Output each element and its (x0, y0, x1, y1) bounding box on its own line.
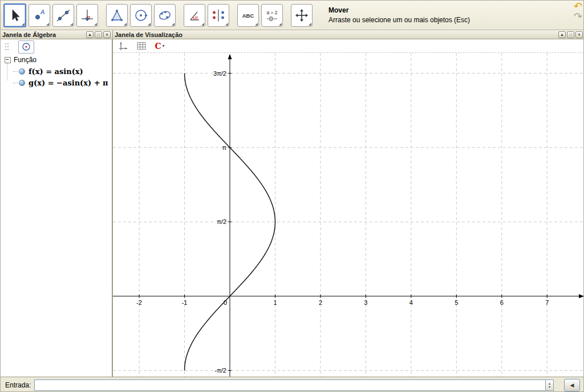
dropdown-corner-icon (124, 23, 127, 26)
axis-tick-label: 1 (273, 299, 277, 306)
tool-line-button[interactable] (52, 4, 74, 27)
graphics-stylebar: C ▾ (113, 39, 584, 53)
tool-move-graphics-view-button[interactable] (291, 4, 313, 27)
reflect-about-line-icon (211, 8, 226, 23)
tool-conic-button[interactable] (154, 4, 176, 27)
tool-slider-button[interactable]: a = 2 (261, 4, 283, 27)
text-abc-icon: ABC (241, 8, 256, 23)
algebra-window-controls: ▲ □ × (86, 31, 111, 38)
input-help-toggle-button[interactable]: ◀ (564, 379, 580, 391)
graphics-titlebar: Janela de Visualização ▲ □ × (112, 30, 584, 39)
toggle-axes-button[interactable] (117, 40, 129, 52)
angle-icon: α (187, 8, 202, 23)
algebra-tree: Função f(x) = asin(x) g(x) = −asin(x) + … (1, 54, 112, 87)
algebra-stylebar (1, 39, 112, 54)
tool-text-button[interactable]: ABC (237, 4, 259, 27)
input-help-arrow-icon: ◀ (570, 382, 574, 388)
axis-tick-label: 4 (409, 299, 413, 306)
point-icon: A (32, 8, 47, 23)
toolbar-help: Mover Arraste ou selecione um ou mais ob… (328, 6, 470, 24)
graph-canvas[interactable]: -2-11234567-π/2π/2π3π/20 (113, 53, 584, 377)
algebra-titlebar: Janela de Álgebra ▲ □ × (1, 30, 112, 39)
tool-polygon-button[interactable] (106, 4, 128, 27)
svg-text:a = 2: a = 2 (266, 10, 277, 15)
dropdown-corner-icon (172, 23, 175, 26)
maximize-icon[interactable]: □ (567, 31, 574, 38)
tree-node-funcao[interactable]: Função (5, 55, 112, 64)
auxiliary-objects-button[interactable] (18, 40, 34, 54)
svg-text:ABC: ABC (242, 13, 254, 19)
move-cursor-icon (7, 8, 22, 23)
polygon-icon (110, 8, 124, 23)
function-definition: g(x) = −asin(x) + π (29, 79, 108, 87)
dropdown-corner-icon (279, 23, 282, 26)
dropdown-corner-icon (46, 23, 49, 26)
axis-tick-label: -2 (136, 299, 142, 306)
circle-icon (133, 8, 148, 23)
axis-tick-label: 3 (364, 299, 367, 306)
axis-tick-label: π (222, 144, 226, 151)
tool-perpendicular-line-button[interactable] (76, 4, 98, 27)
entrada-label: Entrada: (5, 381, 31, 389)
collapse-node-icon[interactable] (5, 57, 11, 63)
dropdown-corner-icon (148, 23, 151, 26)
tool-reflection-button[interactable] (208, 4, 229, 27)
stepper-down-icon[interactable]: ▾ (549, 385, 550, 389)
stylebar-handle-icon[interactable] (5, 43, 9, 51)
redo-icon[interactable]: ↷ (574, 11, 582, 22)
svg-text:A: A (40, 9, 44, 15)
dropdown-corner-icon (70, 23, 73, 26)
auxiliary-objects-icon (21, 42, 31, 51)
entrada-input[interactable] (34, 379, 545, 391)
graphics-window-controls: ▲ □ × (558, 31, 583, 38)
tool-angle-button[interactable]: α (184, 4, 205, 27)
move-view-icon (294, 8, 309, 23)
input-bar: Entrada: ▴ ▾ ◀ (1, 377, 584, 392)
visibility-marble-icon[interactable] (19, 68, 25, 75)
slider-icon: a = 2 (265, 8, 279, 23)
axis-tick-label: 7 (545, 299, 549, 306)
chevron-down-icon: ▾ (163, 43, 165, 48)
axis-tick-label: π/2 (217, 218, 226, 225)
point-capturing-button[interactable]: C ▾ (154, 40, 165, 52)
tool-help-title: Mover (328, 6, 470, 14)
perpendicular-line-icon (80, 8, 95, 23)
tool-move-button[interactable] (3, 3, 26, 27)
tool-circle-button[interactable] (130, 4, 152, 27)
close-icon[interactable]: × (575, 31, 583, 38)
main-toolbar: A (1, 1, 584, 30)
undo-icon[interactable]: ↶ (574, 1, 582, 11)
algebra-item-f[interactable]: f(x) = asin(x) (13, 67, 112, 76)
undo-redo-group: ↶ ↷ (574, 1, 582, 22)
tool-point-button[interactable]: A (29, 4, 50, 27)
grid-icon (137, 42, 146, 50)
algebra-item-g[interactable]: g(x) = −asin(x) + π (13, 78, 112, 87)
axis-tick-label: 3π/2 (213, 70, 226, 77)
x-axis-arrow-icon (579, 294, 584, 298)
maximize-icon[interactable]: □ (95, 31, 102, 38)
tree-root-label: Função (14, 56, 36, 64)
algebra-view: Função f(x) = asin(x) g(x) = −asin(x) + … (1, 39, 112, 377)
axis-tick-label: 2 (319, 299, 322, 306)
input-history-stepper[interactable]: ▴ ▾ (545, 379, 554, 391)
y-axis-arrow-icon (228, 54, 232, 59)
dropdown-corner-icon (94, 23, 97, 26)
axis-tick-label: -1 (182, 299, 188, 306)
axis-tick-label: 6 (500, 299, 504, 306)
graphics-view: C ▾ -2-11234567-π/2π/2π3π/20 (112, 39, 584, 377)
axis-tick-label: 5 (455, 299, 458, 306)
dropdown-corner-icon (22, 23, 25, 26)
point-capturing-icon: C (155, 42, 161, 50)
dropdown-corner-icon (255, 23, 258, 26)
tree-guide-line (7, 63, 7, 80)
collapse-icon[interactable]: ▲ (86, 31, 94, 38)
ellipse-icon (157, 8, 172, 23)
function-definition: f(x) = asin(x) (29, 67, 83, 76)
entrada-field-group: ▴ ▾ (34, 379, 554, 391)
toggle-grid-button[interactable] (136, 40, 147, 52)
dropdown-corner-icon (201, 23, 204, 26)
graphics-title: Janela de Visualização (115, 31, 182, 38)
collapse-icon[interactable]: ▲ (558, 31, 566, 38)
close-icon[interactable]: × (103, 31, 111, 38)
visibility-marble-icon[interactable] (19, 80, 25, 86)
